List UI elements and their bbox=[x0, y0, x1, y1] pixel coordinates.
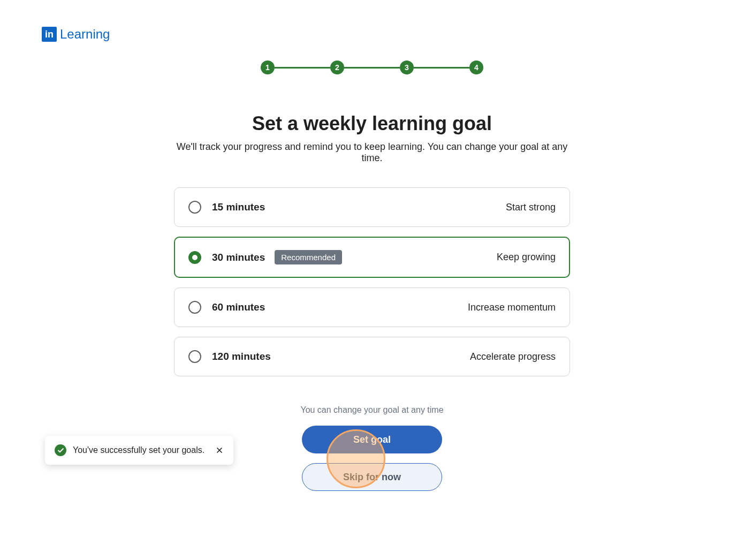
option-desc: Increase momentum bbox=[468, 302, 556, 313]
option-label: 30 minutes bbox=[212, 252, 265, 263]
step-line bbox=[414, 67, 469, 69]
recommended-badge: Recommended bbox=[275, 250, 342, 264]
logo-text: Learning bbox=[60, 27, 110, 42]
page-title: Set a weekly learning goal bbox=[166, 112, 578, 135]
option-30-minutes[interactable]: 30 minutes Recommended Keep growing bbox=[174, 237, 570, 278]
main-content: Set a weekly learning goal We'll track y… bbox=[166, 112, 578, 491]
option-120-minutes[interactable]: 120 minutes Accelerate progress bbox=[174, 337, 570, 376]
step-4: 4 bbox=[469, 60, 483, 74]
option-label: 120 minutes bbox=[212, 351, 271, 362]
option-label: 60 minutes bbox=[212, 301, 265, 313]
option-desc: Accelerate progress bbox=[470, 351, 556, 362]
toast-text: You've successfully set your goals. bbox=[73, 445, 204, 455]
skip-for-now-button[interactable]: Skip for now bbox=[302, 463, 442, 491]
goal-options: 15 minutes Start strong 30 minutes Recom… bbox=[174, 187, 570, 376]
option-60-minutes[interactable]: 60 minutes Increase momentum bbox=[174, 287, 570, 327]
set-goal-button[interactable]: Set goal bbox=[302, 426, 442, 453]
step-1: 1 bbox=[261, 60, 275, 74]
page-subtitle: We'll track your progress and remind you… bbox=[166, 141, 578, 164]
logo[interactable]: in Learning bbox=[42, 27, 110, 42]
step-3: 3 bbox=[400, 60, 414, 74]
option-label: 15 minutes bbox=[212, 201, 265, 213]
option-desc: Start strong bbox=[506, 202, 556, 213]
success-toast: You've successfully set your goals. bbox=[45, 436, 233, 465]
step-line bbox=[275, 67, 330, 69]
check-icon bbox=[55, 444, 66, 456]
radio-icon bbox=[188, 301, 201, 314]
step-2: 2 bbox=[330, 60, 344, 74]
close-icon[interactable] bbox=[215, 446, 224, 455]
option-desc: Keep growing bbox=[497, 252, 556, 263]
radio-icon bbox=[188, 251, 201, 264]
radio-icon bbox=[188, 350, 201, 363]
footer-note: You can change your goal at any time bbox=[166, 405, 578, 415]
linkedin-logo-icon: in bbox=[42, 27, 57, 42]
option-15-minutes[interactable]: 15 minutes Start strong bbox=[174, 187, 570, 227]
radio-icon bbox=[188, 201, 201, 214]
step-line bbox=[344, 67, 400, 69]
progress-stepper: 1 2 3 4 bbox=[261, 60, 483, 74]
